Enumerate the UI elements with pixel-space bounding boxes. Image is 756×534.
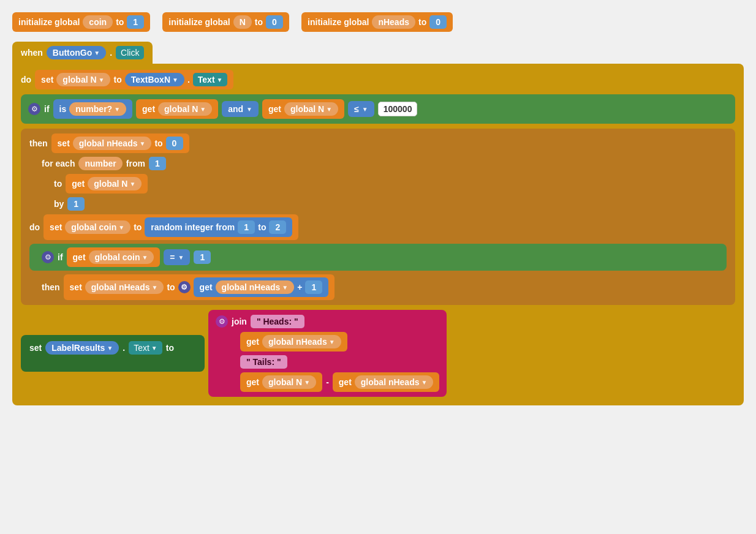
- when-event[interactable]: Click: [116, 46, 144, 59]
- main-canvas: initialize global coin to 1 initialize g…: [12, 12, 744, 405]
- label-results-to: to: [166, 343, 174, 353]
- if-container: ⚙ if is number? ▼ get global N ▼: [21, 94, 735, 124]
- init-nheads-label: initialize global: [308, 17, 369, 27]
- set-label-keyword: set: [29, 343, 42, 353]
- if-condition-row: ⚙ if is number? ▼ get global N ▼: [28, 99, 728, 119]
- set-n-var[interactable]: global N ▼: [56, 73, 110, 86]
- get-coin-var[interactable]: global coin ▼: [89, 250, 154, 264]
- join-get-nheads-keyword: get: [246, 337, 259, 347]
- set-nheads-0-to: to: [154, 138, 162, 148]
- set-nheads-plus-var[interactable]: global nHeads ▼: [85, 280, 164, 294]
- init-nheads-value[interactable]: 0: [429, 15, 447, 29]
- heads-string[interactable]: " Heads: ": [251, 315, 304, 328]
- then-section: then set global nHeads ▼ to 0: [21, 129, 735, 305]
- for-each-row: for each number from 1: [29, 157, 727, 170]
- join-get-n-block[interactable]: get global N ▼: [240, 372, 322, 392]
- label-results-component[interactable]: LabelResults ▼: [45, 341, 119, 355]
- join-keyword: join: [232, 317, 247, 326]
- for-loop-outer: then set global nHeads ▼ to 0: [21, 129, 735, 305]
- join-nheads-row: get global nHeads ▼: [240, 332, 439, 352]
- set-coin-block[interactable]: set global coin ▼ to random integer from…: [43, 214, 298, 240]
- get-n-var2[interactable]: global N ▼: [284, 102, 338, 116]
- is-keyword: is: [59, 104, 67, 114]
- get-nheads-var[interactable]: global nHeads ▼: [216, 280, 295, 294]
- set-n-dot: .: [187, 75, 190, 85]
- do-set-n-row: do set global N ▼ to TextBoxN ▼ . Text: [21, 70, 735, 89]
- do-label: do: [21, 75, 31, 85]
- if-value-100000[interactable]: 100000: [378, 102, 418, 116]
- random-from[interactable]: 1: [238, 220, 255, 234]
- set-coin-var[interactable]: global coin ▼: [65, 220, 130, 234]
- random-to[interactable]: 2: [269, 220, 286, 234]
- init-n-var[interactable]: N: [233, 15, 252, 29]
- set-nheads-0-keyword: set: [58, 138, 70, 148]
- join-bottom-row: get global N ▼ - get global nHeads ▼: [240, 372, 439, 392]
- inner-if-gear-icon: ⚙: [42, 251, 54, 263]
- eq-block[interactable]: = ▼: [164, 249, 190, 265]
- init-nheads-var[interactable]: nHeads: [372, 15, 415, 29]
- init-coin-var[interactable]: coin: [83, 15, 113, 29]
- init-coin-block[interactable]: initialize global coin to 1: [12, 12, 150, 32]
- when-dot: .: [110, 48, 112, 58]
- text-property[interactable]: Text ▼: [193, 73, 228, 86]
- init-coin-to: to: [116, 17, 124, 27]
- set-nheads-plus-block[interactable]: set global nHeads ▼ to ⚙ get global nHea…: [64, 274, 335, 300]
- set-label-row: set LabelResults ▼ . Text ▼ to: [29, 341, 196, 355]
- minus-label: -: [326, 377, 329, 387]
- by-label: by: [54, 199, 64, 209]
- init-nheads-block[interactable]: initialize global nHeads to 0: [301, 12, 453, 32]
- pink-join-container: ⚙ join " Heads: " get global nHeads ▼: [208, 310, 447, 397]
- set-coin-keyword: set: [50, 222, 62, 232]
- number-check-var[interactable]: number? ▼: [69, 102, 126, 116]
- by-val[interactable]: 1: [67, 197, 85, 211]
- join-get-nheads-var[interactable]: global nHeads ▼: [262, 335, 341, 348]
- for-get-n-block[interactable]: get global N ▼: [66, 174, 148, 194]
- get-n-var[interactable]: global N ▼: [158, 102, 212, 116]
- set-nheads-plus-to: to: [167, 282, 175, 292]
- init-coin-value[interactable]: 1: [127, 15, 144, 29]
- set-n-block[interactable]: set global N ▼ to TextBoxN ▼ . Text ▼: [35, 70, 233, 89]
- nheads-plus-block[interactable]: get global nHeads ▼ + 1: [194, 277, 329, 297]
- when-header[interactable]: when ButtonGo ▼ . Click: [12, 42, 153, 64]
- init-nheads-to: to: [418, 17, 426, 27]
- lte-block[interactable]: ≤ ▼: [348, 101, 374, 117]
- nheads-init-value[interactable]: 0: [166, 137, 183, 150]
- join-get-n-var[interactable]: global N ▼: [262, 375, 316, 389]
- get-coin-keyword: get: [73, 252, 86, 262]
- get-n-block[interactable]: get global N ▼: [136, 99, 218, 119]
- tails-string[interactable]: " Tails: ": [240, 355, 287, 369]
- for-get-n-var[interactable]: global N ▼: [88, 177, 142, 190]
- random-int-block[interactable]: random integer from 1 to 2: [145, 217, 292, 237]
- set-nheads-0-var[interactable]: global nHeads ▼: [73, 137, 152, 150]
- nheads-plus-one[interactable]: 1: [305, 280, 322, 294]
- init-n-block[interactable]: initialize global N to 0: [162, 12, 289, 32]
- if-gear-icon: ⚙: [28, 103, 40, 115]
- label-results-property[interactable]: Text ▼: [129, 341, 162, 355]
- set-nheads-0-block[interactable]: set global nHeads ▼ to 0: [51, 134, 189, 153]
- for-get-keyword: get: [72, 179, 85, 189]
- inner-if-container: ⚙ if get global coin ▼ =: [29, 244, 727, 271]
- join-header-row: ⚙ join " Heads: ": [216, 315, 439, 328]
- when-component[interactable]: ButtonGo ▼: [47, 46, 106, 59]
- get-nheads-keyword: get: [200, 282, 213, 292]
- is-number-block[interactable]: is number? ▼: [53, 99, 132, 119]
- join-get-nheads2-block[interactable]: get global nHeads ▼: [333, 372, 440, 392]
- then-set-nheads-plus-row: then set global nHeads ▼ to ⚙ get: [29, 274, 727, 300]
- join-get-nheads-block[interactable]: get global nHeads ▼: [240, 332, 347, 352]
- then-set-nheads-row: then set global nHeads ▼ to 0: [29, 134, 727, 153]
- for-each-number-var[interactable]: number: [78, 157, 122, 170]
- label-results-dot: .: [123, 343, 125, 353]
- join-get-nheads2-var[interactable]: global nHeads ▼: [355, 375, 434, 389]
- set-n-to: to: [113, 75, 121, 85]
- inner-if-keyword: if: [58, 252, 63, 262]
- inner-if-row: ⚙ if get global coin ▼ =: [42, 247, 720, 267]
- init-n-value[interactable]: 0: [266, 15, 283, 29]
- get-coin-block[interactable]: get global coin ▼: [67, 247, 161, 267]
- get-n-block2[interactable]: get global N ▼: [262, 99, 344, 119]
- and-block[interactable]: and ▼: [222, 101, 259, 117]
- set-keyword: set: [41, 75, 53, 85]
- textboxn-component[interactable]: TextBoxN ▼: [125, 73, 184, 86]
- coin-eq-value[interactable]: 1: [194, 250, 211, 264]
- set-label-results-row: set LabelResults ▼ . Text ▼ to: [21, 310, 735, 397]
- from-val[interactable]: 1: [149, 157, 166, 170]
